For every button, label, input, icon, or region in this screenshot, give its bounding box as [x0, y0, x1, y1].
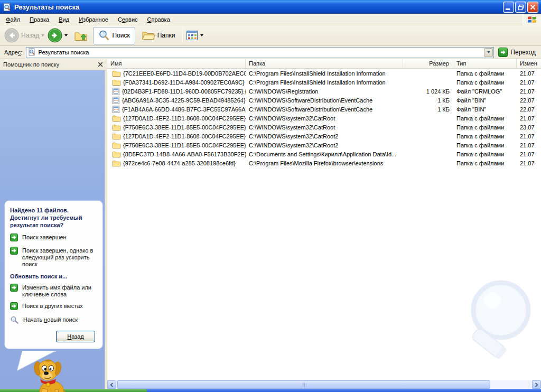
back-button-panel[interactable]: Назад	[56, 331, 95, 342]
chevron-right-icon	[535, 382, 538, 387]
close-button[interactable]	[527, 2, 538, 13]
up-button-toolbar[interactable]	[74, 29, 88, 42]
cell-type: Файл "BIN"	[453, 106, 517, 113]
search-option-link[interactable]: Поиск завершен, однако в следующий раз у…	[10, 247, 97, 268]
cell-name: {8D5FC37D-14B8-4A66-ABA0-F56173B30F2E}	[107, 151, 246, 157]
go-arrow-icon	[498, 48, 508, 57]
go-button-label: Переход	[510, 49, 536, 56]
cell-modified: 21.07	[517, 79, 541, 86]
file-name: {F0A37341-D692-11D4-A984-009027EC0A9C}	[123, 79, 245, 86]
column-header-modified[interactable]: Измен	[517, 59, 541, 68]
file-name: {F750E6C3-38EE-11D1-85E5-00C04FC295EE}	[123, 124, 246, 130]
go-button[interactable]: Переход	[498, 48, 536, 57]
address-page-icon	[28, 48, 36, 57]
cell-name: {F750E6C3-38EE-11D1-85E5-00C04FC295EE}	[107, 142, 246, 148]
file-name: {127D0A1D-4EF2-11D1-8608-00C04FC295EE}	[123, 115, 246, 122]
table-row[interactable]: {972ce4c6-7e08-4474-a285-3208198ce6fd}C:…	[107, 158, 541, 167]
minimize-button[interactable]	[503, 2, 514, 13]
taskbar-strip[interactable]	[0, 389, 541, 392]
back-button-toolbar[interactable]: Назад	[4, 28, 44, 43]
title-bar[interactable]: Результаты поиска	[0, 0, 541, 14]
address-label: Адрес:	[2, 49, 26, 55]
search-option-link[interactable]: Поиск завершен	[10, 234, 97, 242]
column-header-name[interactable]: Имя	[107, 59, 246, 68]
table-row[interactable]: {127D0A1D-4EF2-11D1-8608-00C04FC295EE}C:…	[107, 114, 541, 123]
file-name: {972ce4c6-7e08-4474-a285-3208198ce6fd}	[123, 160, 236, 166]
column-header-type[interactable]: Тип	[453, 59, 517, 68]
cell-name: {F0A37341-D692-11D4-A984-009027EC0A9C}	[107, 79, 246, 86]
cell-modified: 21.07	[517, 151, 541, 157]
address-input[interactable]: Результаты поиска	[26, 47, 495, 58]
search-option-label: Изменить имя файла или ключевые слова	[22, 284, 97, 298]
menu-item-tools[interactable]: Сервис	[113, 14, 143, 25]
search-option-link[interactable]: Поиск в других местах	[10, 303, 97, 311]
cell-type: Папка с файлами	[453, 79, 517, 86]
restore-button[interactable]	[515, 2, 526, 13]
folders-button-label: Папки	[157, 32, 175, 39]
search-results-balloon: Найдено 11 файлов. Достигнут ли требуемы…	[4, 200, 103, 349]
forward-button-toolbar[interactable]	[48, 28, 68, 43]
search-option-link[interactable]: Изменить имя файла или ключевые слова	[10, 284, 97, 298]
panel-close-button[interactable]	[96, 61, 104, 69]
table-row[interactable]: {02D4B3F1-FD88-11D1-960D-00805FC79235}.{…	[107, 87, 541, 96]
cell-folder: C:\WINDOWS\system32\CatRoot2	[246, 133, 403, 139]
minimize-icon	[506, 8, 510, 10]
horizontal-scrollbar[interactable]	[107, 380, 541, 389]
table-row[interactable]: {F750E6C3-38EE-11D1-85E5-00C04FC295EE}C:…	[107, 123, 541, 132]
folder-icon	[113, 151, 120, 157]
scrollbar-track[interactable]	[116, 380, 532, 389]
panel-header: Помощник по поиску	[0, 59, 107, 70]
table-row[interactable]: {F0A37341-D692-11D4-A984-009027EC0A9C}C:…	[107, 78, 541, 87]
large-magnifier-watermark	[442, 277, 537, 375]
cell-type: Папка с файлами	[453, 142, 517, 148]
scrollbar-thumb[interactable]	[117, 380, 490, 389]
forward-arrow-icon	[48, 28, 62, 43]
cell-folder: C:\WINDOWS\SoftwareDistribution\EventCac…	[246, 97, 403, 104]
address-dropdown-button[interactable]	[484, 48, 493, 57]
start-new-search-link[interactable]: Начать новый поиск	[10, 316, 97, 324]
panel-body: Найдено 11 файлов. Достигнут ли требуемы…	[0, 70, 105, 389]
menu-item-favorites[interactable]: Избранное	[74, 14, 113, 25]
scroll-right-button[interactable]	[532, 380, 541, 389]
list-rows: {7C21EEE0-E6FD-11D4-BD19-00D0B702AEC0}C:…	[107, 69, 541, 167]
balloon-tail	[15, 351, 62, 372]
folder-icon	[113, 79, 120, 86]
table-row[interactable]: {ABC6A91A-8C35-4225-9C59-EBAD49485264}C:…	[107, 96, 541, 105]
cell-name: {F1AB4A6A-66DD-4486-B7FC-3FC55C97A66A}	[107, 106, 246, 113]
cell-modified: 23.07	[517, 124, 541, 130]
menu-item-help[interactable]: Справка	[143, 14, 175, 25]
table-row[interactable]: {127D0A1D-4EF2-11D1-8608-00C04FC295EE}C:…	[107, 132, 541, 141]
options-list-2: Изменить имя файла или ключевые словаПои…	[10, 284, 97, 311]
table-row[interactable]: {F750E6C3-38EE-11D1-85E5-00C04FC295EE}C:…	[107, 141, 541, 150]
cell-size: 1 КБ	[403, 106, 453, 113]
green-arrow-icon	[10, 234, 18, 242]
folder-icon	[113, 160, 120, 166]
forward-dropdown-icon[interactable]	[64, 34, 68, 36]
views-dropdown-icon[interactable]	[200, 34, 203, 36]
standard-toolbar: Назад Поиск	[0, 25, 541, 46]
cell-modified: 22.07	[517, 106, 541, 113]
column-header-size[interactable]: Размер	[403, 59, 453, 68]
cell-modified: 21.07	[517, 133, 541, 139]
restore-icon	[518, 4, 524, 11]
back-dropdown-icon[interactable]	[41, 34, 44, 36]
table-row[interactable]: {F1AB4A6A-66DD-4486-B7FC-3FC55C97A66A}C:…	[107, 105, 541, 114]
menu-item-edit[interactable]: Правка	[25, 14, 54, 25]
menu-item-file[interactable]: Файл	[1, 14, 25, 25]
search-document-icon	[3, 3, 12, 12]
search-companion-panel: Помощник по поиску Найдено 11 файлов. До…	[0, 59, 107, 389]
toolbar-separator	[182, 28, 183, 43]
cell-modified: 21.07	[517, 115, 541, 122]
views-button-toolbar[interactable]	[186, 30, 203, 41]
table-row[interactable]: {7C21EEE0-E6FD-11D4-BD19-00D0B702AEC0}C:…	[107, 69, 541, 78]
menu-item-view[interactable]: Вид	[54, 14, 74, 25]
cell-name: {127D0A1D-4EF2-11D1-8608-00C04FC295EE}	[107, 115, 246, 122]
column-header-folder[interactable]: Папка	[246, 59, 403, 68]
table-row[interactable]: {8D5FC37D-14B8-4A66-ABA0-F56173B30F2E}C:…	[107, 150, 541, 158]
search-button-toolbar[interactable]: Поиск	[93, 27, 135, 44]
close-icon	[98, 62, 103, 67]
cell-folder: C:\Program Files\Mozilla Firefox\browser…	[246, 160, 403, 166]
scroll-left-button[interactable]	[107, 380, 116, 389]
cell-folder: C:\Documents and Settings\Кирилл\Applica…	[246, 151, 403, 157]
folders-button-toolbar[interactable]: Папки	[137, 27, 180, 44]
